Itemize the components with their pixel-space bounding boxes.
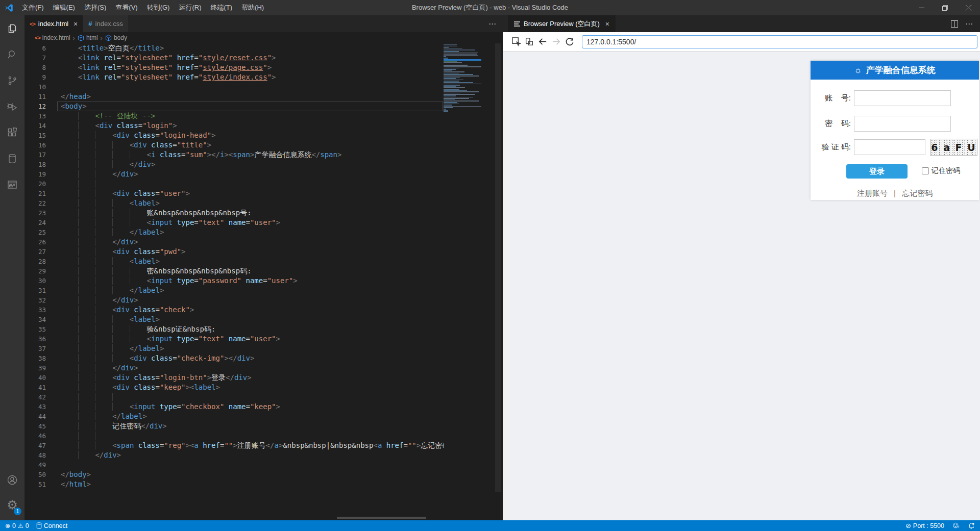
code-line-44[interactable]: 44 </label> bbox=[24, 412, 444, 421]
code-line-42[interactable]: 42 bbox=[24, 392, 444, 402]
search-icon[interactable] bbox=[0, 41, 24, 67]
code-line-31[interactable]: 31 </label> bbox=[24, 286, 444, 295]
captcha-input[interactable] bbox=[854, 139, 925, 155]
port-indicator[interactable]: ⊘ Port : 5500 bbox=[905, 522, 944, 529]
login-button[interactable]: 登录 bbox=[846, 164, 908, 179]
menu-item-2[interactable]: 选择(S) bbox=[80, 0, 111, 15]
code-line-50[interactable]: 50</body> bbox=[24, 470, 444, 479]
close-tab-icon[interactable]: × bbox=[605, 20, 609, 28]
database-icon[interactable] bbox=[0, 145, 24, 171]
menu-item-6[interactable]: 终端(T) bbox=[206, 0, 237, 15]
tab-index-css[interactable]: # index.css bbox=[83, 15, 128, 32]
inspect-element-icon[interactable] bbox=[511, 37, 521, 47]
code-line-7[interactable]: 7 <link rel="stylesheet" href="style/res… bbox=[24, 53, 444, 63]
code-line-28[interactable]: 28 <label> bbox=[24, 257, 444, 266]
code-line-9[interactable]: 9 <link rel="stylesheet" href="style/ind… bbox=[24, 72, 444, 82]
menu-item-0[interactable]: 文件(F) bbox=[17, 0, 48, 15]
code-line-30[interactable]: 30 <input type="password" name="user"> bbox=[24, 276, 444, 286]
code-line-38[interactable]: 38 <div class="check-img"></div> bbox=[24, 353, 444, 363]
code-line-39[interactable]: 39 </div> bbox=[24, 363, 444, 373]
code-line-13[interactable]: 13 <!-- 登陆块 --> bbox=[24, 111, 444, 121]
settings-gear-icon[interactable]: ⚙ 1 bbox=[0, 493, 24, 517]
account-input[interactable] bbox=[854, 90, 951, 106]
code-line-33[interactable]: 33 <div class="check"> bbox=[24, 305, 444, 315]
code-line-48[interactable]: 48 </div> bbox=[24, 450, 444, 460]
source-control-icon[interactable] bbox=[0, 67, 24, 93]
connect-button[interactable]: Connect bbox=[36, 522, 68, 529]
account-icon[interactable] bbox=[0, 467, 24, 493]
code-line-15[interactable]: 15 <div class="login-head"> bbox=[24, 131, 444, 140]
code-line-23[interactable]: 23 账&nbsp&nbsp&nbsp&nbsp号: bbox=[24, 208, 444, 218]
feedback-button[interactable] bbox=[952, 522, 960, 529]
breadcrumb-body[interactable]: body bbox=[105, 34, 127, 41]
explorer-icon[interactable] bbox=[0, 15, 24, 41]
code-line-47[interactable]: 47 <span class="reg"><a href="">注册账号</a>… bbox=[24, 441, 444, 450]
editor-more-actions-icon[interactable]: ⋯ bbox=[488, 15, 497, 32]
back-icon[interactable] bbox=[537, 37, 548, 47]
code-line-8[interactable]: 8 <link rel="stylesheet" href="style/pag… bbox=[24, 63, 444, 72]
code-line-32[interactable]: 32 </div> bbox=[24, 295, 444, 305]
captcha-image[interactable]: 6 a F U bbox=[930, 139, 977, 156]
code-line-46[interactable]: 46 bbox=[24, 431, 444, 441]
forward-icon[interactable] bbox=[551, 37, 561, 47]
menu-item-5[interactable]: 运行(R) bbox=[174, 0, 206, 15]
menu-item-7[interactable]: 帮助(H) bbox=[237, 0, 268, 15]
close-tab-icon[interactable]: × bbox=[74, 20, 78, 28]
code-line-25[interactable]: 25 </label> bbox=[24, 227, 444, 237]
code-line-37[interactable]: 37 </label> bbox=[24, 344, 444, 353]
extensions-icon[interactable] bbox=[0, 119, 24, 145]
tab-index-html[interactable]: <> index.html × bbox=[24, 15, 83, 32]
horizontal-scrollbar[interactable] bbox=[337, 517, 426, 519]
code-line-14[interactable]: 14 <div class="login"> bbox=[24, 121, 444, 131]
code-line-45[interactable]: 45 记住密码</div> bbox=[24, 421, 444, 431]
minimize-button[interactable] bbox=[910, 0, 933, 15]
code-line-11[interactable]: 11</head> bbox=[24, 92, 444, 102]
password-input[interactable] bbox=[854, 116, 951, 132]
code-line-41[interactable]: 41 <div class="keep"><label> bbox=[24, 383, 444, 392]
menu-item-1[interactable]: 编辑(E) bbox=[48, 0, 80, 15]
code-line-27[interactable]: 27 <div class="pwd"> bbox=[24, 247, 444, 257]
code-line-34[interactable]: 34 <label> bbox=[24, 315, 444, 324]
code-line-16[interactable]: 16 <div class="title"> bbox=[24, 140, 444, 150]
code-line-6[interactable]: 6 <title>空白页</title> bbox=[24, 43, 444, 53]
code-line-17[interactable]: 17 <i class="sum"></i><span>产学融合信息系统</sp… bbox=[24, 150, 444, 160]
minimap[interactable] bbox=[444, 44, 481, 113]
code-line-43[interactable]: 43 <input type="checkbox" name="keep"> bbox=[24, 402, 444, 412]
problems-indicator[interactable]: ⊗ 0 ⚠ 0 bbox=[5, 522, 29, 529]
code-line-20[interactable]: 20 bbox=[24, 179, 444, 189]
code-line-49[interactable]: 49 bbox=[24, 460, 444, 470]
code-line-29[interactable]: 29 密&nbsp&nbsp&nbsp&nbsp码: bbox=[24, 266, 444, 276]
notifications-bell-icon[interactable] bbox=[968, 522, 975, 529]
close-window-button[interactable] bbox=[957, 0, 980, 15]
run-debug-icon[interactable] bbox=[0, 93, 24, 119]
code-line-35[interactable]: 35 验&nbsp证&nbsp码: bbox=[24, 324, 444, 334]
refresh-icon[interactable] bbox=[564, 37, 574, 47]
menu-item-4[interactable]: 转到(G) bbox=[142, 0, 175, 15]
code-line-36[interactable]: 36 <input type="text" name="user"> bbox=[24, 334, 444, 344]
tab-browser-preview[interactable]: Browser Preview (空白页) × bbox=[508, 15, 616, 32]
code-editor[interactable]: 6 <title>空白页</title>7 <link rel="stylesh… bbox=[24, 43, 503, 520]
breadcrumb-html[interactable]: html bbox=[78, 34, 98, 41]
code-line-18[interactable]: 18 </div> bbox=[24, 160, 444, 169]
code-line-10[interactable]: 10 bbox=[24, 82, 444, 92]
code-line-12[interactable]: 12<body> bbox=[24, 102, 444, 111]
restore-button[interactable] bbox=[933, 0, 957, 15]
more-actions-icon[interactable]: ⋯ bbox=[965, 19, 973, 29]
code-line-24[interactable]: 24 <input type="text" name="user"> bbox=[24, 218, 444, 227]
menu-item-3[interactable]: 查看(V) bbox=[111, 0, 142, 15]
code-line-19[interactable]: 19 </div> bbox=[24, 169, 444, 179]
vertical-scrollbar[interactable] bbox=[495, 43, 501, 492]
code-line-21[interactable]: 21 <div class="user"> bbox=[24, 189, 444, 198]
url-input[interactable] bbox=[582, 35, 977, 48]
code-line-40[interactable]: 40 <div class="login-btn">登录</div> bbox=[24, 373, 444, 383]
device-toolbar-icon[interactable] bbox=[524, 37, 534, 47]
register-link[interactable]: 注册账号 bbox=[857, 189, 888, 197]
breadcrumb-file[interactable]: <> index.html bbox=[35, 34, 70, 41]
code-line-22[interactable]: 22 <label> bbox=[24, 198, 444, 208]
code-line-51[interactable]: 51</html> bbox=[24, 479, 444, 489]
forgot-password-link[interactable]: 忘记密码 bbox=[902, 189, 933, 197]
split-editor-icon[interactable] bbox=[951, 20, 958, 28]
remember-checkbox[interactable] bbox=[922, 167, 929, 174]
code-line-26[interactable]: 26 </div> bbox=[24, 237, 444, 247]
browser-preview-icon[interactable] bbox=[0, 171, 24, 197]
